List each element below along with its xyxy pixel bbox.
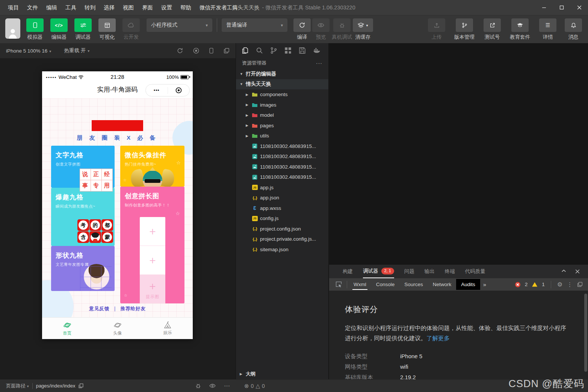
file-row[interactable]: 1108100302.48083915... bbox=[236, 172, 328, 182]
devtools-tab-wxml[interactable]: Wxml bbox=[349, 279, 371, 290]
devtools-tab-sources[interactable]: Sources bbox=[399, 279, 428, 290]
multi-window-icon[interactable] bbox=[224, 48, 230, 54]
avatar[interactable] bbox=[5, 18, 20, 39]
extensions-icon[interactable] bbox=[284, 47, 292, 54]
red-banner-image[interactable] bbox=[92, 120, 143, 131]
tile-text-grid[interactable]: 文字九格 创意文字拼图 说 正 经 事 专 用 bbox=[51, 146, 115, 188]
devtools-tab-console[interactable]: Console bbox=[371, 279, 400, 290]
editor-toggle[interactable]: </> 编辑器 bbox=[50, 18, 68, 41]
edu-suite-button[interactable]: 教育套件 bbox=[508, 18, 532, 41]
device-frame-icon[interactable] bbox=[209, 48, 213, 54]
source-control-icon[interactable] bbox=[270, 47, 277, 54]
tab-debugger[interactable]: 调试器2, 1 bbox=[363, 265, 394, 278]
tab-avatar[interactable]: 头像 bbox=[92, 318, 143, 339]
folder-pages[interactable]: ▶pages bbox=[236, 121, 328, 131]
tab-build[interactable]: 构建 bbox=[343, 265, 353, 278]
menu-edit[interactable]: 编辑 bbox=[42, 3, 61, 13]
menu-tools[interactable]: 工具 bbox=[61, 3, 80, 13]
tab-problems[interactable]: 问题 bbox=[404, 265, 414, 278]
tile-long-image[interactable]: 创意拼长图 制作创意多图的高手！！ ☆ ☆ ＋ ＋ ＋ 提示图 bbox=[120, 187, 184, 303]
folder-images[interactable]: ▶images bbox=[236, 100, 328, 110]
file-row[interactable]: {..}project.config.json bbox=[236, 224, 328, 234]
tab-terminal[interactable]: 终端 bbox=[445, 265, 455, 278]
ellipsis-icon[interactable]: ⋯ bbox=[224, 382, 230, 389]
collapse-panel-icon[interactable] bbox=[561, 269, 566, 274]
folder-components[interactable]: ▶components bbox=[236, 89, 328, 100]
devtools-tab-network[interactable]: Network bbox=[428, 279, 456, 290]
file-row[interactable]: JSapp.js bbox=[236, 182, 328, 193]
tab-code-quality[interactable]: 代码质量 bbox=[465, 265, 485, 278]
compile-mode-dropdown[interactable]: 普通编译 ▾ bbox=[222, 18, 287, 32]
feedback-link[interactable]: 意见反馈 bbox=[89, 306, 109, 311]
outline-section[interactable]: ▶大纲 bbox=[236, 369, 328, 380]
menu-goto[interactable]: 转到 bbox=[80, 3, 100, 13]
maximize-button[interactable] bbox=[553, 0, 570, 15]
compile-button[interactable]: 编译 bbox=[293, 18, 311, 41]
folder-utils[interactable]: ▶utils bbox=[236, 131, 328, 141]
file-row[interactable]: 1108100302.48083915... bbox=[236, 162, 328, 172]
visual-toggle[interactable]: 可视化 bbox=[98, 18, 116, 41]
more-menu-button[interactable]: ••• bbox=[146, 88, 168, 93]
undock-icon[interactable] bbox=[577, 282, 583, 287]
file-row[interactable]: {..}app.json bbox=[236, 193, 328, 203]
close-button[interactable] bbox=[570, 0, 588, 15]
tile-avatar-pendant[interactable]: 微信头像挂件 热门挂件免费用~ ☆ ☆ bbox=[120, 146, 184, 187]
scrollbar[interactable] bbox=[584, 294, 587, 372]
record-stop-icon[interactable] bbox=[193, 48, 199, 54]
search-icon[interactable] bbox=[256, 47, 263, 54]
learn-more-link[interactable]: 了解更多 bbox=[426, 335, 450, 341]
section-open-editors[interactable]: ▼打开的编辑器 bbox=[236, 69, 328, 79]
explorer-more-icon[interactable]: ··· bbox=[316, 60, 322, 66]
debugger-toggle[interactable]: 调试器 bbox=[74, 18, 92, 41]
file-row[interactable]: 1108100302.48083915... bbox=[236, 151, 328, 162]
mode-dropdown[interactable]: 小程序模式 ▾ bbox=[147, 18, 212, 32]
test-account-button[interactable]: 测试号 bbox=[483, 18, 502, 41]
device-selector[interactable]: iPhone 5 100% 16▾ bbox=[6, 48, 51, 54]
kebab-menu-icon[interactable]: ⋮ bbox=[567, 281, 573, 288]
file-row[interactable]: {..}project.private.config.js... bbox=[236, 234, 328, 244]
simulator-toggle[interactable]: 模拟器 bbox=[26, 18, 44, 41]
close-panel-icon[interactable] bbox=[575, 269, 580, 274]
tile-fun-grid[interactable]: 爆趣九格 瞬间成为朋友圈焦点~ 考 的 都 含 蒙 bbox=[51, 188, 115, 246]
menu-settings[interactable]: 设置 bbox=[157, 3, 176, 13]
debug-bug-icon[interactable] bbox=[195, 383, 201, 389]
file-row[interactable]: JSconfig.js bbox=[236, 213, 328, 224]
messages-button[interactable]: 消息 bbox=[564, 18, 583, 41]
version-control-button[interactable]: 版本管理 bbox=[453, 18, 476, 41]
page-path-selector[interactable]: 页面路径 ▾ bbox=[6, 383, 29, 389]
folder-model[interactable]: ▶model bbox=[236, 110, 328, 121]
hot-reload-toggle[interactable]: 热重载 开▾ bbox=[64, 47, 89, 54]
file-row[interactable]: {..}sitemap.json bbox=[236, 244, 328, 255]
file-row[interactable]: 1108100302.48083915... bbox=[236, 141, 328, 152]
more-tabs-icon[interactable]: » bbox=[480, 281, 489, 288]
menu-select[interactable]: 选择 bbox=[100, 3, 119, 13]
section-project-root[interactable]: ▼情头天天换 bbox=[236, 79, 328, 90]
copy-path-icon[interactable] bbox=[79, 383, 83, 388]
tab-entertainment[interactable]: 娱乐 bbox=[142, 318, 193, 339]
docker-icon[interactable] bbox=[313, 47, 320, 53]
error-icon bbox=[515, 282, 520, 287]
preview-eye-icon[interactable] bbox=[209, 384, 216, 388]
menu-file[interactable]: 文件 bbox=[23, 3, 42, 13]
menu-view[interactable]: 视图 bbox=[119, 3, 138, 13]
menu-interface[interactable]: 界面 bbox=[138, 3, 157, 13]
gear-icon[interactable]: ⚙ bbox=[557, 281, 562, 288]
tab-output[interactable]: 输出 bbox=[425, 265, 435, 278]
inspect-element-icon[interactable] bbox=[332, 281, 345, 288]
details-button[interactable]: ☰ 详情 bbox=[538, 18, 557, 41]
problems-indicator[interactable]: ⊗ 0 △ 0 bbox=[236, 383, 329, 389]
tile-shape-grid[interactable]: 形状九格 文艺青年发图专属 bbox=[51, 246, 115, 291]
tab-home[interactable]: 首页 bbox=[42, 318, 92, 339]
menu-project[interactable]: 项目 bbox=[4, 3, 23, 13]
rotate-icon[interactable] bbox=[177, 48, 183, 54]
files-icon[interactable] bbox=[242, 47, 249, 54]
devtools-tab-audits[interactable]: Audits bbox=[456, 279, 480, 290]
exit-target-button[interactable] bbox=[168, 87, 190, 94]
recommend-link[interactable]: 推荐给好友 bbox=[120, 306, 146, 311]
menu-help[interactable]: 帮助 bbox=[176, 3, 195, 13]
clear-cache-button[interactable]: ▾ 清缓存 bbox=[354, 18, 372, 41]
file-row[interactable]: 3app.wxss bbox=[236, 203, 328, 214]
window-controls bbox=[535, 0, 588, 15]
minimize-button[interactable] bbox=[535, 0, 553, 15]
save-icon[interactable] bbox=[299, 47, 306, 54]
